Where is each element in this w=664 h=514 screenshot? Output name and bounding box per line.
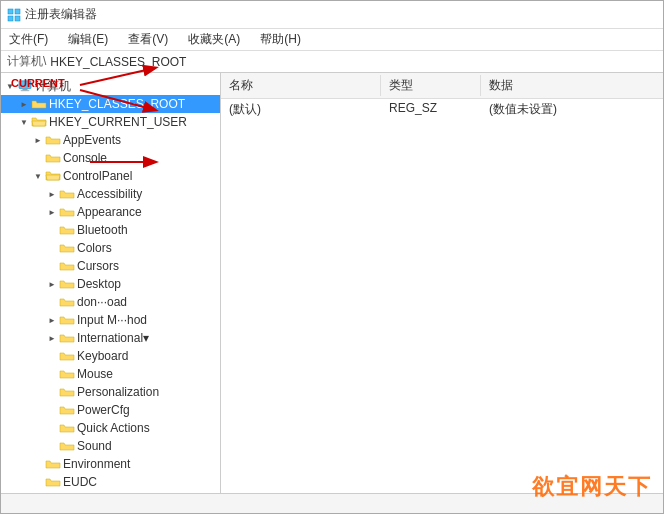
node-label-accessibility: Accessibility bbox=[77, 187, 142, 201]
expand-icon-keyboard[interactable] bbox=[45, 349, 59, 363]
menu-view[interactable]: 查看(V) bbox=[124, 30, 172, 49]
tree-node-cursors[interactable]: Cursors bbox=[1, 257, 220, 275]
col-header-name: 名称 bbox=[221, 75, 381, 96]
folder-icon-cursors bbox=[59, 259, 75, 273]
tree-node-personalization[interactable]: Personalization bbox=[1, 383, 220, 401]
status-bar bbox=[1, 493, 663, 513]
node-label-download: don···oad bbox=[77, 295, 127, 309]
node-label-desktop: Desktop bbox=[77, 277, 121, 291]
expand-icon-bluetooth[interactable] bbox=[45, 223, 59, 237]
folder-icon-appevents bbox=[45, 133, 61, 147]
folder-icon-eudc bbox=[45, 475, 61, 489]
node-label-inputmethod: Input M···hod bbox=[77, 313, 147, 327]
window-title: 注册表编辑器 bbox=[25, 6, 97, 23]
node-label-powercfg: PowerCfg bbox=[77, 403, 130, 417]
svg-rect-3 bbox=[15, 16, 20, 21]
expand-icon-accessibility[interactable]: ► bbox=[45, 187, 59, 201]
tree-node-keyboard[interactable]: Keyboard bbox=[1, 347, 220, 365]
col-header-type: 类型 bbox=[381, 75, 481, 96]
expand-icon-hkcr[interactable]: ► bbox=[17, 97, 31, 111]
tree-node-colors[interactable]: Colors bbox=[1, 239, 220, 257]
expand-icon-eudc[interactable] bbox=[31, 475, 45, 489]
node-label-international: International▾ bbox=[77, 331, 149, 345]
detail-rows: (默认)REG_SZ(数值未设置) bbox=[221, 99, 663, 120]
registry-tree[interactable]: ▼ 计算机► HKEY_CLASSES_ROOT▼ HKEY_CURRENT_U… bbox=[1, 73, 221, 493]
menu-file[interactable]: 文件(F) bbox=[5, 30, 52, 49]
folder-icon-inputmethod bbox=[59, 313, 75, 327]
expand-icon-international[interactable]: ► bbox=[45, 331, 59, 345]
tree-node-sound[interactable]: Sound bbox=[1, 437, 220, 455]
node-label-environment: Environment bbox=[63, 457, 130, 471]
node-label-sound: Sound bbox=[77, 439, 112, 453]
expand-icon-hkcu[interactable]: ▼ bbox=[17, 115, 31, 129]
expand-icon-environment[interactable] bbox=[31, 457, 45, 471]
folder-icon-international bbox=[59, 331, 75, 345]
expand-icon-console[interactable] bbox=[31, 151, 45, 165]
tree-node-hkcr[interactable]: ► HKEY_CLASSES_ROOT bbox=[1, 95, 220, 113]
folder-icon-computer bbox=[17, 79, 33, 93]
expand-icon-desktop[interactable]: ► bbox=[45, 277, 59, 291]
address-bar: 计算机\ HKEY_CLASSES_ROOT bbox=[1, 51, 663, 73]
node-label-colors: Colors bbox=[77, 241, 112, 255]
tree-node-environment[interactable]: Environment bbox=[1, 455, 220, 473]
node-label-console: Console bbox=[63, 151, 107, 165]
expand-icon-powercfg[interactable] bbox=[45, 403, 59, 417]
tree-node-quickactions[interactable]: Quick Actions bbox=[1, 419, 220, 437]
folder-icon-quickactions bbox=[59, 421, 75, 435]
node-label-hkcu: HKEY_CURRENT_USER bbox=[49, 115, 187, 129]
tree-node-desktop[interactable]: ► Desktop bbox=[1, 275, 220, 293]
expand-icon-colors[interactable] bbox=[45, 241, 59, 255]
expand-icon-inputmethod[interactable]: ► bbox=[45, 313, 59, 327]
node-label-computer: 计算机 bbox=[35, 78, 71, 95]
tree-node-powercfg[interactable]: PowerCfg bbox=[1, 401, 220, 419]
col-header-data: 数据 bbox=[481, 75, 663, 96]
node-label-eudc: EUDC bbox=[63, 475, 97, 489]
svg-rect-2 bbox=[8, 16, 13, 21]
expand-icon-download[interactable] bbox=[45, 295, 59, 309]
expand-icon-personalization[interactable] bbox=[45, 385, 59, 399]
expand-icon-appevents[interactable]: ► bbox=[31, 133, 45, 147]
tree-node-accessibility[interactable]: ► Accessibility bbox=[1, 185, 220, 203]
menu-edit[interactable]: 编辑(E) bbox=[64, 30, 112, 49]
tree-node-international[interactable]: ► International▾ bbox=[1, 329, 220, 347]
folder-icon-personalization bbox=[59, 385, 75, 399]
title-bar: 注册表编辑器 bbox=[1, 1, 663, 29]
folder-icon-hkcr bbox=[31, 97, 47, 111]
expand-icon-appearance[interactable]: ► bbox=[45, 205, 59, 219]
node-label-quickactions: Quick Actions bbox=[77, 421, 150, 435]
expand-icon-mouse[interactable] bbox=[45, 367, 59, 381]
folder-icon-environment bbox=[45, 457, 61, 471]
expand-icon-controlpanel[interactable]: ▼ bbox=[31, 169, 45, 183]
folder-icon-bluetooth bbox=[59, 223, 75, 237]
node-label-controlpanel: ControlPanel bbox=[63, 169, 132, 183]
tree-node-download[interactable]: don···oad bbox=[1, 293, 220, 311]
svg-rect-4 bbox=[19, 81, 31, 89]
tree-node-mouse[interactable]: Mouse bbox=[1, 365, 220, 383]
expand-icon-cursors[interactable] bbox=[45, 259, 59, 273]
detail-row[interactable]: (默认)REG_SZ(数值未设置) bbox=[221, 99, 663, 120]
folder-icon-powercfg bbox=[59, 403, 75, 417]
node-label-hkcr: HKEY_CLASSES_ROOT bbox=[49, 97, 185, 111]
folder-icon-download bbox=[59, 295, 75, 309]
expand-icon-quickactions[interactable] bbox=[45, 421, 59, 435]
expand-icon-computer[interactable]: ▼ bbox=[3, 79, 17, 93]
svg-rect-5 bbox=[22, 89, 27, 91]
folder-icon-mouse bbox=[59, 367, 75, 381]
node-label-mouse: Mouse bbox=[77, 367, 113, 381]
tree-node-eudc[interactable]: EUDC bbox=[1, 473, 220, 491]
tree-node-console[interactable]: Console bbox=[1, 149, 220, 167]
tree-node-hkcu[interactable]: ▼ HKEY_CURRENT_USER bbox=[1, 113, 220, 131]
menu-help[interactable]: 帮助(H) bbox=[256, 30, 305, 49]
tree-node-appearance[interactable]: ► Appearance bbox=[1, 203, 220, 221]
menu-favorites[interactable]: 收藏夹(A) bbox=[184, 30, 244, 49]
tree-node-inputmethod[interactable]: ► Input M···hod bbox=[1, 311, 220, 329]
svg-rect-6 bbox=[21, 90, 30, 91]
address-value: HKEY_CLASSES_ROOT bbox=[50, 55, 186, 69]
folder-icon-colors bbox=[59, 241, 75, 255]
tree-node-appevents[interactable]: ► AppEvents bbox=[1, 131, 220, 149]
expand-icon-sound[interactable] bbox=[45, 439, 59, 453]
node-label-appevents: AppEvents bbox=[63, 133, 121, 147]
tree-node-bluetooth[interactable]: Bluetooth bbox=[1, 221, 220, 239]
tree-node-controlpanel[interactable]: ▼ ControlPanel bbox=[1, 167, 220, 185]
tree-node-computer[interactable]: ▼ 计算机 bbox=[1, 77, 220, 95]
